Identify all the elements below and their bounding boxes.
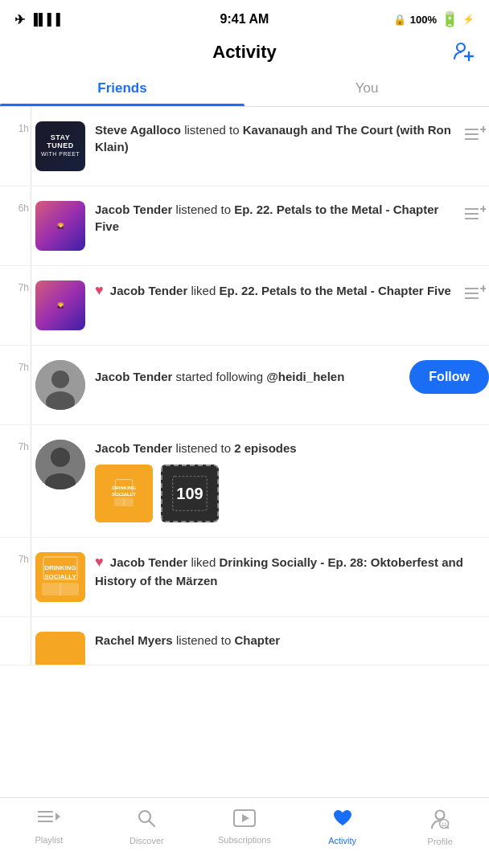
activity-content: Steve Agalloco listened to Kavanaugh and…	[95, 121, 455, 155]
user-name: Rachel Myers	[95, 633, 173, 647]
lock-icon: 🔒	[393, 14, 406, 26]
status-right: 🔒 100% 🔋 ⚡	[393, 10, 475, 28]
timeline-line	[31, 617, 31, 665]
status-left: ✈ ▐▌▌▌	[14, 12, 65, 27]
status-bar: ✈ ▐▌▌▌ 9:41 AM 🔒 100% 🔋 ⚡	[0, 0, 489, 35]
user-avatar	[35, 360, 85, 410]
nav-label-profile: Profile	[428, 837, 453, 846]
list-item: 1h STAYTUNEDWITH PREET Steve Agalloco li…	[0, 107, 489, 186]
follow-button[interactable]: Follow	[409, 360, 489, 394]
nav-label-discover: Discover	[129, 836, 164, 845]
tab-friends[interactable]: Friends	[0, 71, 244, 106]
nav-item-playlist[interactable]: Playlist	[0, 809, 98, 845]
nav-item-subscriptions[interactable]: Subscriptions	[195, 809, 294, 845]
podcast-thumb-drinking: DRINKING SOCIALLY	[95, 465, 153, 522]
playlist-icon	[38, 809, 60, 832]
timeline-line	[31, 107, 31, 186]
user-name: Jacob Tender	[95, 370, 172, 383]
episode-count: 2 episodes	[234, 441, 297, 455]
activity-content: Jacob Tender started following @heidi_he…	[95, 360, 401, 385]
svg-point-0	[457, 43, 465, 51]
timeline-line	[31, 425, 31, 537]
svg-point-51	[445, 822, 446, 824]
podcast-artwork: 🌄	[35, 201, 85, 251]
action-text: listened to	[176, 203, 235, 216]
activity-content: Jacob Tender listened to 2 episodes	[95, 440, 489, 457]
svg-marker-46	[242, 814, 249, 822]
action-text: liked	[191, 555, 219, 569]
airplane-icon: ✈	[14, 12, 25, 27]
svg-marker-42	[55, 813, 60, 821]
svg-point-19	[51, 371, 69, 388]
tab-active-indicator	[0, 104, 244, 106]
bottom-nav: Playlist Discover Subscriptions Activity	[0, 797, 489, 868]
timeline-line	[31, 538, 31, 616]
add-to-queue-button[interactable]	[462, 201, 489, 228]
podcast-artwork: STAYTUNEDWITH PREET	[35, 121, 85, 171]
nav-item-profile[interactable]: Profile	[391, 808, 489, 846]
episode-title: Chapter	[234, 633, 280, 647]
list-item: 6h 🌄 Jacob Tender listened to Ep. 22. Pe…	[0, 186, 489, 266]
episode-thumbnails: DRINKING SOCIALLY 109	[95, 465, 489, 522]
user-name: Jacob Tender	[110, 284, 187, 297]
podcast-thumb-109: 109	[161, 465, 219, 522]
timeline-line	[31, 266, 31, 345]
nav-label-activity: Activity	[328, 836, 356, 845]
timeline-line	[31, 346, 31, 424]
svg-point-22	[51, 448, 70, 467]
list-item: 7h Jacob Tender listened to 2 episodes	[0, 425, 489, 538]
add-to-queue-button[interactable]	[462, 121, 489, 149]
activity-content: ♥ Jacob Tender liked Ep. 22. Petals to t…	[95, 280, 455, 301]
add-to-queue-button[interactable]	[462, 280, 489, 308]
activity-content: ♥ Jacob Tender liked Drinking Socially -…	[95, 552, 489, 589]
add-friend-button[interactable]	[452, 39, 475, 67]
list-item: Rachel Myers listened to Chapter	[0, 617, 489, 665]
heart-icon: ♥	[95, 282, 104, 298]
nav-item-discover[interactable]: Discover	[98, 809, 196, 845]
activity-heart-icon	[332, 809, 353, 833]
list-item: 7h Jacob Tender started following @heidi…	[0, 346, 489, 425]
list-item: 7h 🌄 ♥ Jacob Tender liked Ep. 22. Petals…	[0, 266, 489, 346]
user-name: Jacob Tender	[110, 555, 187, 569]
episode-title: Ep. 22. Petals to the Metal - Chapter Fi…	[219, 284, 450, 297]
charging-icon: ⚡	[462, 14, 475, 25]
svg-point-47	[436, 810, 445, 819]
profile-icon	[430, 808, 450, 833]
follow-target: @heidi_helen	[266, 370, 344, 383]
status-time: 9:41 AM	[220, 12, 269, 27]
feed-list: 1h STAYTUNEDWITH PREET Steve Agalloco li…	[0, 107, 489, 746]
svg-line-44	[150, 821, 155, 826]
user-avatar	[35, 440, 85, 489]
svg-text:DRINKING: DRINKING	[44, 564, 76, 571]
subscriptions-icon	[233, 809, 256, 832]
tabs: Friends You	[0, 71, 489, 107]
nav-item-activity[interactable]: Activity	[294, 809, 392, 845]
heart-icon: ♥	[95, 554, 104, 570]
nav-label-subscriptions: Subscriptions	[218, 835, 271, 845]
timeline-line	[31, 186, 31, 265]
action-text: started following	[176, 370, 267, 383]
page-title: Activity	[212, 42, 276, 63]
podcast-artwork: DRINKING SOCIALLY	[35, 552, 85, 602]
svg-text:109: 109	[176, 485, 203, 502]
action-text: liked	[191, 284, 219, 297]
page-header: Activity	[0, 35, 489, 71]
action-text: listened to	[184, 123, 243, 137]
action-text: listened to	[176, 441, 235, 455]
activity-content: Rachel Myers listened to Chapter	[95, 632, 489, 649]
user-name: Jacob Tender	[95, 203, 172, 216]
user-name: Steve Agalloco	[95, 123, 181, 137]
battery-percent: 100%	[410, 14, 437, 26]
battery-icon: 🔋	[441, 10, 458, 28]
user-name: Jacob Tender	[95, 441, 172, 455]
list-item: 7h DRINKING SOCIALLY ♥ Jacob Tender like…	[0, 538, 489, 617]
nav-label-playlist: Playlist	[35, 835, 63, 845]
search-icon	[137, 809, 156, 833]
signal-icon: ▐▌▌▌	[30, 13, 65, 26]
tab-you[interactable]: You	[244, 71, 489, 106]
svg-point-50	[442, 822, 444, 824]
action-text: listened to	[176, 633, 235, 647]
activity-content: Jacob Tender listened to Ep. 22. Petals …	[95, 201, 455, 235]
podcast-artwork: 🌄	[35, 280, 85, 330]
activity-feed: 1h STAYTUNEDWITH PREET Steve Agalloco li…	[0, 107, 489, 779]
